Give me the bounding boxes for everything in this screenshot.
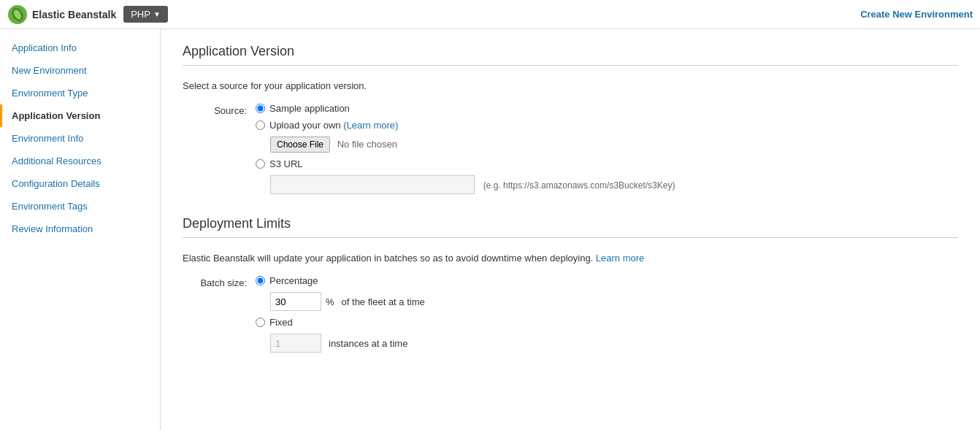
sidebar-item-additional-resources[interactable]: Additional Resources — [0, 150, 160, 172]
sample-app-option: Sample application — [256, 103, 958, 114]
app-version-subtitle: Select a source for your application ver… — [183, 80, 958, 91]
section-divider-2 — [183, 237, 958, 238]
percentage-option: Percentage — [256, 275, 958, 286]
platform-label: PHP — [131, 9, 150, 20]
upload-own-label: Upload your own (Learn more) — [269, 120, 398, 131]
percentage-label[interactable]: Percentage — [269, 275, 318, 286]
source-label: Source: — [183, 103, 256, 116]
upload-own-radio[interactable] — [256, 120, 265, 130]
s3-url-radio[interactable] — [256, 159, 265, 169]
deployment-learn-more-link[interactable]: Learn more — [596, 253, 644, 264]
percent-symbol: % — [326, 296, 334, 307]
s3-input-area: (e.g. https://s3.amazonaws.com/s3Bucket/… — [270, 175, 958, 194]
app-version-title: Application Version — [183, 44, 958, 59]
fixed-label[interactable]: Fixed — [269, 317, 293, 328]
batch-size-row: Batch size: Percentage % of the fleet at… — [183, 275, 958, 356]
brand-logo: Elastic Beanstalk — [7, 4, 116, 25]
sidebar-item-environment-info[interactable]: Environment Info — [0, 127, 160, 150]
sample-app-label[interactable]: Sample application — [269, 103, 350, 114]
s3-example-text: (e.g. https://s3.amazonaws.com/s3Bucket/… — [483, 180, 675, 191]
brand-name: Elastic Beanstalk — [32, 9, 116, 20]
percentage-radio[interactable] — [256, 276, 265, 285]
percentage-input-row: % of the fleet at a time — [270, 292, 958, 311]
s3-url-input[interactable] — [270, 175, 475, 194]
main-layout: Application Info New Environment Environ… — [0, 29, 980, 430]
sidebar-item-configuration-details[interactable]: Configuration Details — [0, 172, 160, 195]
sidebar-item-environment-type[interactable]: Environment Type — [0, 82, 160, 104]
top-nav: Elastic Beanstalk PHP ▼ Create New Envir… — [0, 0, 980, 29]
fleet-text: of the fleet at a time — [342, 296, 425, 307]
section-divider-1 — [183, 65, 958, 66]
sidebar-item-review-information[interactable]: Review Information — [0, 218, 160, 240]
platform-dropdown[interactable]: PHP ▼ — [123, 6, 168, 23]
sample-app-radio[interactable] — [256, 104, 265, 113]
s3-url-label[interactable]: S3 URL — [269, 158, 303, 169]
sidebar-item-application-info[interactable]: Application Info — [0, 37, 160, 59]
choose-file-area: Choose File No file chosen — [270, 137, 958, 153]
fixed-value-input[interactable] — [270, 334, 321, 353]
sidebar-item-environment-tags[interactable]: Environment Tags — [0, 195, 160, 218]
deployment-title: Deployment Limits — [183, 216, 958, 231]
fixed-option: Fixed — [256, 317, 958, 328]
source-controls: Sample application Upload your own (Lear… — [256, 103, 958, 194]
sidebar-nav: Application Info New Environment Environ… — [0, 29, 161, 430]
upload-own-option: Upload your own (Learn more) — [256, 120, 958, 131]
fixed-radio[interactable] — [256, 318, 265, 327]
instances-text: instances at a time — [329, 338, 407, 349]
no-file-text: No file chosen — [337, 139, 397, 150]
fixed-input-row: instances at a time — [270, 334, 958, 353]
upload-learn-more-link[interactable]: (Learn more) — [343, 120, 398, 131]
batch-controls: Percentage % of the fleet at a time Fixe… — [256, 275, 958, 356]
create-new-environment-link[interactable]: Create New Environment — [860, 9, 973, 20]
sidebar-item-application-version[interactable]: Application Version — [0, 104, 160, 127]
batch-size-label: Batch size: — [183, 275, 256, 288]
batch-value-input[interactable] — [270, 292, 321, 311]
elastic-beanstalk-icon — [7, 4, 28, 25]
dropdown-arrow-icon: ▼ — [153, 10, 161, 18]
choose-file-button[interactable]: Choose File — [270, 137, 330, 153]
source-row: Source: Sample application Upload your o… — [183, 103, 958, 194]
deployment-note: Elastic Beanstalk will update your appli… — [183, 253, 958, 264]
sidebar-item-new-environment[interactable]: New Environment — [0, 59, 160, 82]
main-content: Application Version Select a source for … — [161, 29, 980, 430]
s3-url-option: S3 URL — [256, 158, 958, 169]
